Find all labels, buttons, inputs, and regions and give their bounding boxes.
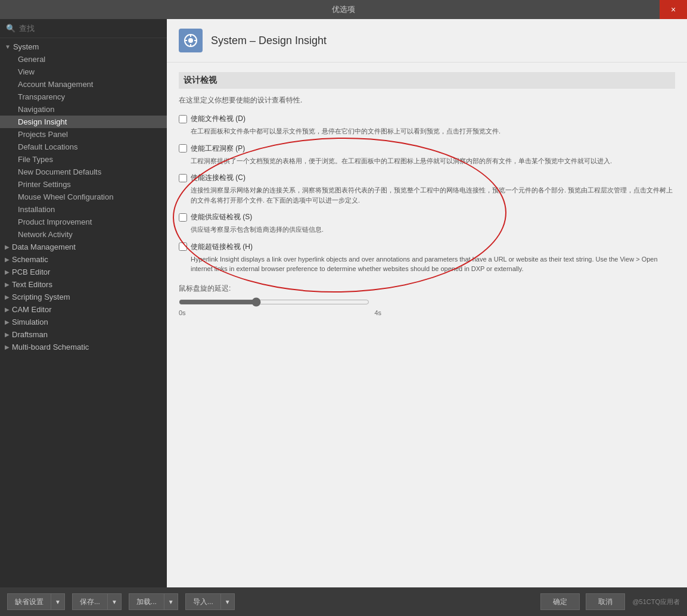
sidebar-item-account-management[interactable]: Account Management bbox=[0, 78, 167, 91]
sidebar-item-simulation[interactable]: ▶ Simulation bbox=[0, 316, 167, 328]
sidebar-item-mouse-wheel-config[interactable]: Mouse Wheel Configuration bbox=[0, 191, 167, 203]
option-project-insight: 使能工程洞察 (P) 工程洞察提供了一个文档预览的表格用，便于浏览。在工程面板中… bbox=[179, 144, 675, 166]
import-button[interactable]: 导入... bbox=[185, 593, 221, 610]
sidebar-item-label: Mouse Wheel Configuration bbox=[18, 192, 113, 201]
slider-label: 鼠标盘旋的延迟: bbox=[179, 284, 231, 293]
sidebar-item-schematic[interactable]: ▶ Schematic bbox=[0, 253, 167, 266]
save-button[interactable]: 保存... bbox=[72, 593, 108, 610]
default-settings-button[interactable]: 缺省设置 bbox=[7, 593, 51, 610]
checkbox-project-insight[interactable] bbox=[179, 144, 187, 153]
cancel-button[interactable]: 取消 bbox=[586, 593, 625, 610]
svg-point-1 bbox=[188, 38, 193, 43]
checkbox-supply-chain-insight[interactable] bbox=[179, 213, 187, 222]
sidebar-item-cam-editor[interactable]: ▶ CAM Editor bbox=[0, 303, 167, 316]
sidebar-item-new-document-defaults[interactable]: New Document Defaults bbox=[0, 166, 167, 178]
save-group: 保存... ▼ bbox=[72, 593, 122, 610]
sidebar-item-label: Account Management bbox=[18, 80, 93, 89]
sidebar-item-label: Projects Panel bbox=[18, 130, 68, 139]
slider-min-label: 0s bbox=[179, 309, 186, 316]
annotated-section: 使能工程洞察 (P) 工程洞察提供了一个文档预览的表格用，便于浏览。在工程面板中… bbox=[179, 144, 675, 235]
sidebar-item-printer-settings[interactable]: Printer Settings bbox=[0, 178, 167, 191]
sidebar-item-text-editors[interactable]: ▶ Text Editors bbox=[0, 278, 167, 291]
page-title: System – Design Insight bbox=[211, 35, 327, 47]
load-button[interactable]: 加载... bbox=[129, 593, 164, 610]
sidebar-item-system[interactable]: ▼ System bbox=[0, 41, 167, 53]
sidebar-item-label: Network Activity bbox=[18, 230, 73, 239]
sidebar-item-network-activity[interactable]: Network Activity bbox=[0, 228, 167, 241]
sidebar-item-general[interactable]: General bbox=[0, 53, 167, 66]
label-project-insight[interactable]: 使能工程洞察 (P) bbox=[191, 144, 245, 154]
option-hyperlink-insight: 使能超链接检视 (H) Hyperlink Insight displays a… bbox=[179, 242, 675, 274]
sidebar-item-pcb-editor[interactable]: ▶ PCB Editor bbox=[0, 266, 167, 278]
desc-file-insight: 在工程面板和文件条中都可以显示文件预览，悬停在它们中的文件图标上可以看到预览，点… bbox=[191, 126, 675, 136]
sidebar-item-label: Simulation bbox=[12, 318, 48, 326]
sidebar-item-transparency[interactable]: Transparency bbox=[0, 91, 167, 103]
sidebar-item-label: PCB Editor bbox=[12, 267, 50, 276]
header-icon bbox=[179, 29, 203, 52]
section-title: 设计检视 bbox=[179, 72, 675, 89]
desc-project-insight: 工程洞察提供了一个文档预览的表格用，便于浏览。在工程面板中的工程图标上悬停就可以… bbox=[191, 156, 675, 166]
sidebar-item-label: Scripting System bbox=[12, 293, 70, 301]
label-connection-insight[interactable]: 使能连接检视 (C) bbox=[191, 173, 245, 183]
sidebar-item-installation[interactable]: Installation bbox=[0, 203, 167, 216]
sidebar-item-default-locations[interactable]: Default Locations bbox=[0, 141, 167, 153]
window-title: 优选项 bbox=[332, 4, 355, 15]
sidebar-item-label: Product Improvement bbox=[18, 217, 92, 226]
confirm-button[interactable]: 确定 bbox=[540, 593, 580, 610]
sidebar-item-label: System bbox=[13, 42, 39, 51]
sidebar-item-projects-panel[interactable]: Projects Panel bbox=[0, 128, 167, 141]
sidebar-item-product-improvement[interactable]: Product Improvement bbox=[0, 216, 167, 228]
sidebar-item-label: Schematic bbox=[12, 255, 48, 264]
data-management-arrow: ▶ bbox=[5, 244, 10, 250]
label-file-insight[interactable]: 使能文件检视 (D) bbox=[191, 114, 245, 124]
default-settings-group: 缺省设置 ▼ bbox=[7, 593, 65, 610]
checkbox-hyperlink-insight[interactable] bbox=[179, 242, 187, 251]
sidebar-item-navigation[interactable]: Navigation bbox=[0, 103, 167, 116]
option-file-insight: 使能文件检视 (D) 在工程面板和文件条中都可以显示文件预览，悬停在它们中的文件… bbox=[179, 114, 675, 136]
bottom-bar: 缺省设置 ▼ 保存... ▼ 加载... ▼ 导入... ▼ 确定 取消 @51… bbox=[0, 587, 687, 616]
draftsman-arrow: ▶ bbox=[5, 331, 10, 338]
delay-slider[interactable] bbox=[179, 297, 369, 307]
sidebar-item-view[interactable]: View bbox=[0, 66, 167, 78]
import-group: 导入... ▼ bbox=[185, 593, 235, 610]
sidebar-item-label: CAM Editor bbox=[12, 305, 51, 314]
sidebar-item-label: Design Insight bbox=[18, 117, 67, 126]
sidebar-item-scripting-system[interactable]: ▶ Scripting System bbox=[0, 291, 167, 303]
sidebar-item-label: Navigation bbox=[18, 105, 54, 114]
content-area: System – Design Insight 设计检视 在这里定义你想要使能的… bbox=[167, 19, 687, 587]
watermark: @51CTQ应用者 bbox=[632, 598, 680, 606]
label-hyperlink-insight[interactable]: 使能超链接检视 (H) bbox=[191, 242, 253, 252]
schematic-arrow: ▶ bbox=[5, 256, 10, 263]
sidebar-item-label: Multi-board Schematic bbox=[12, 343, 89, 351]
sidebar-item-draftsman[interactable]: ▶ Draftsman bbox=[0, 328, 167, 341]
simulation-arrow: ▶ bbox=[5, 319, 10, 325]
load-group: 加载... ▼ bbox=[129, 593, 178, 610]
option-supply-chain-insight: 使能供应链检视 (S) 供应链考察显示包含制造商选择的供应链信息. bbox=[179, 212, 675, 235]
checkbox-file-insight[interactable] bbox=[179, 115, 187, 123]
import-arrow[interactable]: ▼ bbox=[221, 593, 235, 610]
sidebar-item-label: General bbox=[18, 55, 45, 64]
search-input[interactable] bbox=[19, 24, 161, 33]
sidebar-item-data-management[interactable]: ▶ Data Management bbox=[0, 241, 167, 253]
title-bar: 优选项 × bbox=[0, 0, 687, 19]
save-arrow[interactable]: ▼ bbox=[108, 593, 122, 610]
desc-hyperlink-insight: Hyperlink Insight displays a link over h… bbox=[191, 254, 675, 274]
sidebar-item-label: View bbox=[18, 67, 35, 76]
sidebar-item-design-insight[interactable]: Design Insight bbox=[0, 116, 167, 128]
multi-board-arrow: ▶ bbox=[5, 344, 10, 350]
system-arrow: ▼ bbox=[5, 43, 11, 50]
sidebar-item-label: Default Locations bbox=[18, 142, 77, 151]
sidebar-item-multi-board-schematic[interactable]: ▶ Multi-board Schematic bbox=[0, 341, 167, 353]
slider-max-label: 4s bbox=[374, 309, 381, 316]
label-supply-chain-insight[interactable]: 使能供应链检视 (S) bbox=[191, 212, 252, 222]
sidebar-item-label: Draftsman bbox=[12, 330, 48, 339]
sidebar-item-label: New Document Defaults bbox=[18, 167, 101, 176]
default-settings-arrow[interactable]: ▼ bbox=[51, 593, 65, 610]
desc-supply-chain-insight: 供应链考察显示包含制造商选择的供应链信息. bbox=[191, 225, 675, 235]
load-arrow[interactable]: ▼ bbox=[164, 593, 178, 610]
pcb-editor-arrow: ▶ bbox=[5, 269, 10, 275]
checkbox-connection-insight[interactable] bbox=[179, 174, 187, 182]
sidebar-item-label: File Types bbox=[18, 155, 53, 164]
sidebar-item-file-types[interactable]: File Types bbox=[0, 153, 167, 166]
close-button[interactable]: × bbox=[660, 0, 687, 19]
